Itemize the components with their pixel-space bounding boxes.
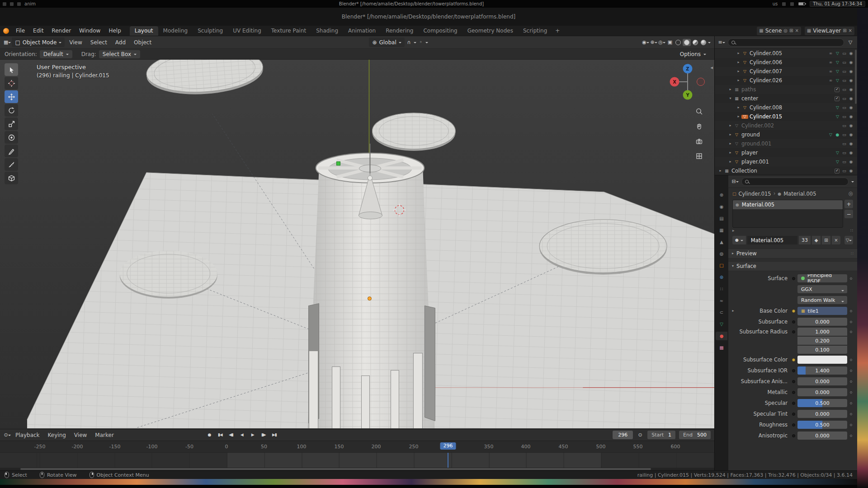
menu-add[interactable]: Add [112, 39, 129, 46]
disable-render-icon[interactable]: ◉ [848, 61, 854, 65]
tab-animation[interactable]: Animation [343, 26, 381, 36]
subsurface-color-swatch[interactable] [797, 356, 847, 364]
tray-icon[interactable] [790, 2, 794, 6]
tab-physics[interactable]: ≈ [716, 296, 727, 305]
shading-material-button[interactable] [692, 38, 699, 47]
material-slot-list[interactable]: ● Material.005 [732, 200, 843, 228]
menu-playback[interactable]: Playback [12, 432, 43, 438]
tab-modifiers[interactable]: ⊛ [716, 273, 727, 282]
pan-button[interactable] [693, 121, 705, 131]
timeline-track-area[interactable] [0, 452, 714, 468]
disable-viewport-icon[interactable]: ▭ [841, 79, 848, 83]
outliner-item[interactable]: ▸ ▽ Cylinder.005 ∞ ▽ ▭ ◉ [715, 49, 857, 58]
collection-checkbox[interactable]: ✓ [835, 169, 840, 174]
transform-orientation-select[interactable]: ⊕ Global [369, 38, 404, 47]
shading-solid-button[interactable] [683, 39, 691, 46]
subsurface-slider[interactable]: 0.000 [797, 318, 847, 326]
menu-file[interactable]: File [12, 26, 29, 36]
tab-particles[interactable]: ∷ [716, 285, 727, 293]
specular-tint-slider[interactable]: 0.000 [797, 410, 847, 418]
playhead-frame-badge[interactable]: 296 [440, 442, 456, 450]
disable-render-icon[interactable]: ◉ [848, 97, 854, 101]
subsurface-anisotropy-slider[interactable]: 0.000 [797, 377, 847, 385]
keyboard-layout-indicator[interactable]: us [773, 1, 778, 6]
annotate-tool[interactable] [5, 145, 18, 157]
breadcrumb-object[interactable]: Cylinder.015 [739, 191, 771, 197]
expand-icon[interactable]: ▸ [727, 151, 733, 155]
proportional-dropdown[interactable] [425, 42, 428, 45]
mode-select[interactable]: □ Object Mode [12, 38, 65, 47]
tab-render[interactable]: ◉ [716, 202, 727, 211]
expand-icon[interactable]: ▸ [717, 169, 723, 173]
add-slot-button[interactable]: + [844, 200, 853, 208]
tray-icon[interactable] [782, 2, 786, 6]
expand-icon[interactable]: ▸ [730, 309, 736, 313]
pin-icon[interactable]: ◎ [849, 191, 853, 197]
outliner-item[interactable]: ▸ ▽ player ▽ ▭ ◉ [715, 148, 857, 157]
menu-view-timeline[interactable]: View [71, 432, 90, 438]
tab-object[interactable]: □ [716, 261, 727, 270]
next-keyframe-button[interactable]: ▮▶ [259, 431, 269, 439]
xray-toggle[interactable]: ▣ [666, 38, 674, 47]
base-color-texture-field[interactable]: ▦ tile1 [797, 307, 847, 315]
navigation-gizmo[interactable]: Z X Y [669, 63, 707, 101]
region-collapse-icon[interactable]: ◂ [710, 65, 713, 70]
filter-icon[interactable]: ▽ [847, 38, 854, 47]
tab-object-data[interactable]: ▽ [716, 320, 727, 328]
tab-world[interactable]: ◍ [716, 249, 727, 258]
cursor-tool[interactable] [5, 77, 18, 89]
tab-rendering[interactable]: Rendering [381, 26, 418, 36]
menu-view[interactable]: View [66, 39, 85, 46]
drag-setting-select[interactable]: Select Box [99, 50, 140, 58]
grip-icon[interactable]: ∷ [850, 229, 853, 233]
blender-logo[interactable] [0, 26, 12, 36]
add-primitive-tool[interactable] [5, 172, 18, 184]
collection-checkbox[interactable]: ✓ [835, 96, 840, 101]
disable-viewport-icon[interactable]: ▭ [841, 160, 848, 164]
disable-viewport-icon[interactable]: ▭ [841, 61, 848, 65]
timeline-editor-type-button[interactable]: ⊙ [4, 431, 11, 439]
disable-viewport-icon[interactable]: ▭ [841, 115, 848, 119]
disable-render-icon[interactable]: ◉ [848, 52, 854, 56]
tab-constraints[interactable]: ⊂ [716, 308, 727, 317]
shading-dropdown[interactable] [708, 42, 711, 45]
current-frame-field[interactable]: 296 [613, 431, 633, 439]
disable-viewport-icon[interactable]: ▭ [841, 97, 848, 101]
menu-window[interactable]: Window [75, 26, 104, 36]
expand-icon[interactable]: ▸ [732, 229, 735, 233]
subsurface-ior-slider[interactable]: 1.400 [797, 366, 847, 375]
subsurface-radius-x[interactable]: 1.000 [797, 328, 847, 336]
outliner-item[interactable]: ▸ ▽ Cylinder.026 ∞ ▽ ▭ ◉ [715, 76, 857, 85]
tab-scripting[interactable]: Scripting [518, 26, 552, 36]
disable-render-icon[interactable]: ◉ [848, 124, 854, 128]
tower[interactable] [308, 144, 435, 429]
specular-slider[interactable]: 0.500 [797, 399, 847, 407]
tray-icon[interactable] [17, 2, 21, 6]
expand-icon[interactable]: ▸ [736, 79, 741, 82]
zoom-button[interactable] [693, 106, 705, 117]
metallic-slider[interactable]: 0.000 [797, 388, 847, 396]
axis-minus-x[interactable] [697, 78, 705, 86]
tab-layout[interactable]: Layout [130, 26, 158, 36]
shader-select[interactable]: Principled BSDF [797, 274, 847, 282]
expand-icon[interactable]: ▸ [736, 106, 741, 109]
disable-viewport-icon[interactable]: ▭ [841, 70, 848, 74]
disable-viewport-icon[interactable]: ▭ [841, 151, 848, 155]
menu-object[interactable]: Object [130, 39, 155, 46]
outliner-item[interactable]: ▸ ▽ ground ▽ ● ▭ ◉ [715, 130, 857, 139]
menu-edit[interactable]: Edit [29, 26, 47, 36]
show-gizmo-toggle[interactable]: ⊕ [650, 38, 657, 47]
tab-shading[interactable]: Shading [311, 26, 343, 36]
outliner-item[interactable]: ▸ ▽ player.001 ▽ ▭ ◉ [715, 157, 857, 166]
disable-render-icon[interactable]: ◉ [848, 133, 854, 137]
expand-icon[interactable]: ▸ [736, 61, 741, 64]
clock[interactable]: Thu, 01 Aug 17:34:34 [810, 1, 865, 7]
viewlayer-selector[interactable]: ▦ ViewLayer ⊞ × [805, 27, 854, 35]
tab-geometry-nodes[interactable]: Geometry Nodes [462, 26, 518, 36]
disable-viewport-icon[interactable]: ▭ [841, 52, 848, 56]
disable-viewport-icon[interactable]: ▭ [841, 106, 848, 110]
disable-render-icon[interactable]: ◉ [848, 115, 854, 119]
object-origin[interactable] [368, 297, 371, 300]
fake-user-button[interactable]: ◆ [812, 236, 821, 244]
disable-viewport-icon[interactable]: ▭ [841, 88, 848, 92]
